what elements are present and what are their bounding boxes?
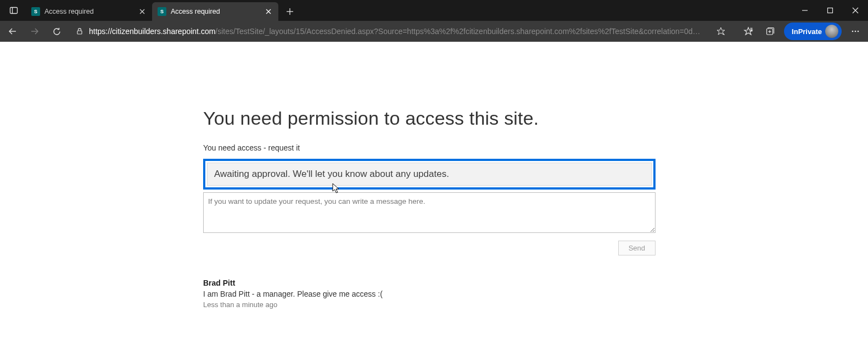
back-button[interactable] (4, 23, 21, 40)
browser-tab[interactable]: S Access required (152, 2, 278, 21)
page-content: You need permission to access this site.… (0, 42, 868, 356)
refresh-button[interactable] (48, 23, 65, 40)
svg-rect-9 (828, 8, 833, 13)
request-message-input[interactable] (203, 192, 656, 233)
close-icon (139, 9, 145, 14)
tab-title: Access required (44, 8, 133, 15)
browser-title-bar: S Access required S Access required (0, 0, 868, 21)
close-icon (852, 7, 859, 14)
title-bar-left (0, 0, 26, 21)
lock-icon (76, 27, 83, 35)
inprivate-label: InPrivate (792, 27, 822, 36)
request-log: Brad Pitt I am Brad Pitt - a manager. Pl… (203, 279, 656, 309)
minimize-icon (802, 7, 808, 14)
window-close-button[interactable] (843, 0, 868, 21)
sharepoint-icon: S (31, 7, 40, 16)
address-host: https://citizenbuilders.sharepoint.com (89, 27, 215, 36)
star-icon (743, 26, 753, 36)
window-controls (792, 0, 868, 21)
collections-icon (765, 26, 775, 36)
favorites-button[interactable] (740, 23, 757, 40)
forward-button[interactable] (26, 23, 43, 40)
window-minimize-button[interactable] (792, 0, 817, 21)
more-icon (850, 26, 860, 36)
arrow-right-icon (30, 26, 40, 36)
inprivate-indicator[interactable]: InPrivate (784, 23, 842, 40)
address-bar[interactable]: https://citizenbuilders.sharepoint.com/s… (70, 23, 735, 40)
content-container: You need permission to access this site.… (203, 108, 656, 309)
request-user: Brad Pitt (203, 279, 656, 287)
plus-icon (286, 8, 294, 15)
browser-tabs: S Access required S Access required (26, 0, 792, 21)
svg-rect-0 (10, 8, 18, 14)
status-highlight: Awaiting approval. We'll let you know ab… (203, 159, 656, 190)
svg-marker-15 (717, 27, 725, 35)
refresh-icon (52, 27, 61, 36)
tab-close-button[interactable] (264, 7, 273, 16)
page-title: You need permission to access this site. (203, 108, 656, 129)
svg-rect-14 (77, 31, 82, 34)
collections-button[interactable] (762, 23, 779, 40)
new-tab-button[interactable] (282, 3, 298, 20)
page-subtitle: You need access - request it (203, 143, 656, 152)
send-row: Send (203, 241, 656, 255)
address-path: /sites/TestSite/_layouts/15/AccessDenied… (215, 27, 700, 36)
maximize-icon (827, 7, 833, 14)
tab-actions-button[interactable] (5, 2, 23, 19)
svg-point-26 (858, 31, 859, 32)
sharepoint-icon: S (158, 7, 166, 16)
status-message: Awaiting approval. We'll let you know ab… (207, 163, 652, 186)
request-timestamp: Less than a minute ago (203, 301, 656, 309)
address-text: https://citizenbuilders.sharepoint.com/s… (89, 27, 707, 36)
close-icon (266, 9, 271, 14)
request-message: I am Brad Pitt - a manager. Please give … (203, 290, 656, 298)
browser-tab[interactable]: S Access required (26, 2, 152, 21)
tracking-prevention-button[interactable] (713, 23, 729, 40)
tab-title: Access required (171, 8, 260, 15)
shopping-icon (716, 26, 726, 36)
svg-point-24 (852, 31, 854, 32)
send-button[interactable]: Send (618, 241, 656, 255)
settings-menu-button[interactable] (847, 23, 864, 40)
tab-actions-icon (9, 6, 18, 15)
window-maximize-button[interactable] (817, 0, 843, 21)
avatar (825, 25, 838, 38)
tab-close-button[interactable] (138, 7, 147, 16)
arrow-left-icon (8, 26, 18, 36)
browser-toolbar: https://citizenbuilders.sharepoint.com/s… (0, 21, 868, 42)
svg-point-25 (855, 31, 856, 32)
